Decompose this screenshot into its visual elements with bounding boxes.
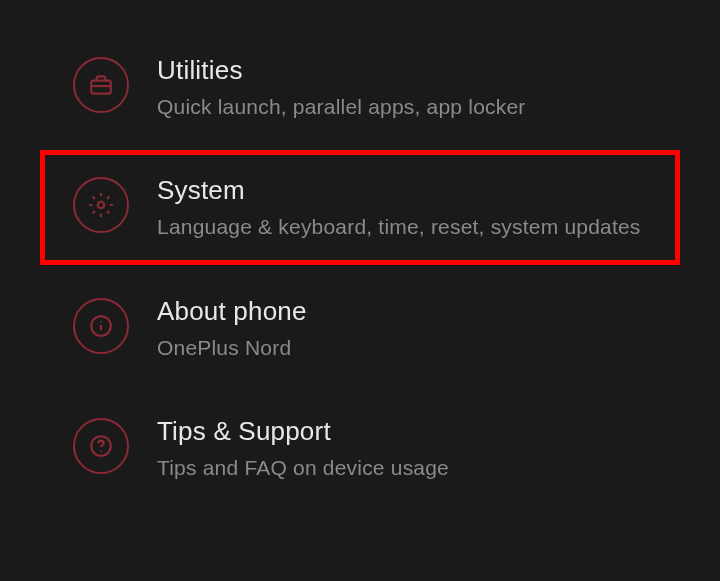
item-subtitle: Quick launch, parallel apps, app locker bbox=[157, 92, 647, 121]
item-subtitle: Tips and FAQ on device usage bbox=[157, 453, 647, 482]
item-title: About phone bbox=[157, 296, 647, 327]
svg-point-7 bbox=[100, 450, 102, 452]
svg-point-2 bbox=[98, 202, 105, 209]
item-title: Tips & Support bbox=[157, 416, 647, 447]
utilities-icon bbox=[73, 57, 129, 113]
help-icon bbox=[73, 418, 129, 474]
info-icon bbox=[73, 298, 129, 354]
item-text: About phone OnePlus Nord bbox=[157, 294, 647, 362]
item-text: System Language & keyboard, time, reset,… bbox=[157, 173, 647, 241]
settings-item-tips-support[interactable]: Tips & Support Tips and FAQ on device us… bbox=[40, 391, 680, 505]
settings-item-system[interactable]: System Language & keyboard, time, reset,… bbox=[40, 150, 680, 264]
svg-point-5 bbox=[100, 321, 102, 323]
item-title: System bbox=[157, 175, 647, 206]
item-text: Utilities Quick launch, parallel apps, a… bbox=[157, 53, 647, 121]
settings-item-about-phone[interactable]: About phone OnePlus Nord bbox=[40, 271, 680, 385]
item-subtitle: OnePlus Nord bbox=[157, 333, 647, 362]
item-subtitle: Language & keyboard, time, reset, system… bbox=[157, 212, 647, 241]
item-text: Tips & Support Tips and FAQ on device us… bbox=[157, 414, 647, 482]
item-title: Utilities bbox=[157, 55, 647, 86]
settings-list: Utilities Quick launch, parallel apps, a… bbox=[0, 0, 720, 581]
settings-item-utilities[interactable]: Utilities Quick launch, parallel apps, a… bbox=[40, 30, 680, 144]
gear-icon bbox=[73, 177, 129, 233]
